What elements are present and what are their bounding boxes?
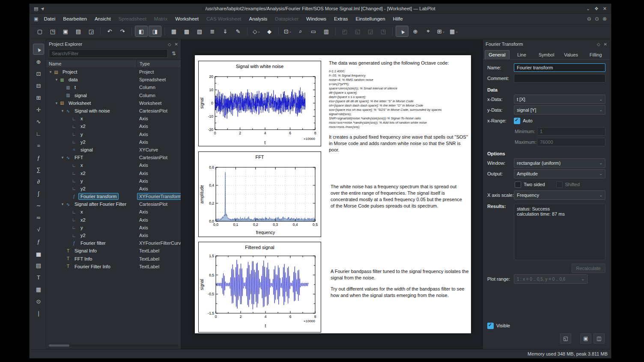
menu-extras[interactable]: Extras xyxy=(330,15,352,23)
open-project-button[interactable]: ◳ xyxy=(47,26,59,36)
add-integration-tool[interactable]: ∫ xyxy=(33,188,44,199)
tree-item-fourier-filter-info[interactable]: TFourier Filter InfoTextLabel xyxy=(46,263,181,270)
tab-general[interactable]: General xyxy=(485,50,510,59)
menu-datei[interactable]: Datei xyxy=(40,15,59,23)
undo-button[interactable]: ↶ xyxy=(104,26,116,36)
toggle-project-explorer-button[interactable]: ◧ xyxy=(135,26,148,37)
maximize-button[interactable]: ❖ xyxy=(594,4,599,13)
tree-item-y[interactable]: ∟yAxis xyxy=(46,224,181,231)
crosshair-tool[interactable]: ⊕ xyxy=(33,56,44,67)
add-reference-line-tool[interactable]: ∣ xyxy=(33,308,44,318)
add-equation-curve-tool[interactable]: ƒ xyxy=(33,152,44,163)
add-image-tool[interactable]: ▦ xyxy=(33,284,44,294)
window-select[interactable]: rectangular (uniform)⌄ xyxy=(514,158,605,168)
select-tool[interactable]: ▲ xyxy=(33,44,44,55)
comment-input[interactable] xyxy=(514,74,605,83)
x-data-select[interactable]: t [X]⌄ xyxy=(514,95,605,104)
menu-ansicht[interactable]: Ansicht xyxy=(91,15,115,23)
redo-button[interactable]: ↷ xyxy=(116,26,128,36)
float-dock-icon[interactable]: ◇ xyxy=(597,42,600,47)
expander-icon[interactable]: ▾ xyxy=(60,109,65,113)
menu-analysis[interactable]: Analysis xyxy=(245,15,271,23)
tree-item-project[interactable]: ▾▤ProjectProject xyxy=(46,68,181,76)
tree-item-y[interactable]: ∟yAxis xyxy=(46,177,181,185)
new-worksheet-button[interactable]: ▧ xyxy=(194,26,206,36)
expander-icon[interactable]: ▾ xyxy=(60,202,65,206)
tree-item-signal-with-noise[interactable]: ▾∿Signal with noiseCartesianPlot xyxy=(46,107,181,115)
zoom-mode-button[interactable]: ⊡⌄ xyxy=(282,26,294,36)
tree-item-x[interactable]: ∟xAxis xyxy=(46,208,181,216)
color-picker-button[interactable]: ✎ xyxy=(232,26,244,36)
tree-item-fourier-transform[interactable]: ƒFourier transformXYFourierTransformCurv… xyxy=(46,193,181,200)
close-button[interactable]: ✕ xyxy=(603,4,607,13)
add-interpolation-tool[interactable]: ∼ xyxy=(33,200,44,211)
close-dock-icon[interactable]: ✕ xyxy=(604,42,607,47)
recalculate-button[interactable]: Recalculate xyxy=(572,264,605,273)
new-live-datasource-button[interactable]: ◆ xyxy=(263,26,275,36)
new-matrix-button[interactable]: ▩ xyxy=(181,26,193,36)
mdi-close-button[interactable]: ⊗ xyxy=(602,16,607,22)
new-notes-button[interactable]: ≣ xyxy=(206,26,218,36)
expander-icon[interactable]: ▾ xyxy=(54,77,59,82)
float-panel-icon[interactable]: ◇ xyxy=(168,42,171,47)
expander-icon[interactable]: ▾ xyxy=(48,70,53,74)
tree-item-fft[interactable]: ▾∿FFTCartesianPlot xyxy=(46,154,181,161)
tree-item-y[interactable]: ∟yAxis xyxy=(46,131,181,138)
session-icon[interactable]: ▤ xyxy=(34,4,38,13)
output-select[interactable]: Amplitude⌄ xyxy=(514,169,605,178)
menu-worksheet[interactable]: Worksheet xyxy=(171,15,203,23)
titlebar[interactable]: /usr/share/labplot2/examples/Analysis/Fo… xyxy=(30,4,611,14)
add-data-reduction-tool[interactable]: ∑ xyxy=(33,164,44,175)
column-header-type[interactable]: Type xyxy=(137,60,181,68)
column-header-name[interactable]: Name xyxy=(46,60,137,68)
menu-einstellungen[interactable]: Einstellungen xyxy=(352,15,389,23)
tree-item-signal-after-fourier-filter[interactable]: ▾∿Signal after Fourier FilterCartesianPl… xyxy=(46,200,181,208)
crosshair-mode-button[interactable]: ⊕ xyxy=(409,26,421,36)
filtered-signal-chart[interactable]: 024681,50,5-0,5-1,5t×10000signal xyxy=(199,242,321,329)
tree-item-y2[interactable]: ∟y2Axis xyxy=(46,138,181,146)
menu-bearbeiten[interactable]: Bearbeiten xyxy=(59,15,91,23)
y-data-select[interactable]: signal [Y]⌄ xyxy=(514,105,605,115)
tree-item-worksheet[interactable]: ▾▧WorksheetWorksheet xyxy=(46,99,181,107)
tree-column-header[interactable]: Name Type xyxy=(46,59,181,68)
worksheet-page[interactable]: Signal with white noise 02468-20-1001020… xyxy=(195,55,471,333)
fft-info-text-label[interactable]: The white noise has a frequency spectrum… xyxy=(331,184,467,209)
tree-item-x[interactable]: ∟xAxis xyxy=(46,115,181,122)
expander-icon[interactable]: ▾ xyxy=(60,155,65,160)
worksheet-view[interactable]: Signal with white noise 02468-20-1001020… xyxy=(181,39,483,349)
menu-hilfe[interactable]: Hilfe xyxy=(389,15,407,23)
plot-filtered-signal[interactable]: Filtered signal 024681,50,5-0,5-1,5t×100… xyxy=(198,242,321,332)
add-differentiation-tool[interactable]: ∂ xyxy=(33,176,44,187)
tree-item-signal-info[interactable]: TSignal InfoTextLabel xyxy=(46,247,181,255)
zoom-x-tool[interactable]: ⊟ xyxy=(33,80,44,91)
tab-filling[interactable]: Filling xyxy=(583,50,608,59)
tree-item-x2[interactable]: ∟x2Axis xyxy=(46,122,181,130)
close-panel-icon[interactable]: ✕ xyxy=(175,42,178,47)
load-template-button[interactable]: ◱ xyxy=(560,333,571,344)
tree-item-signal[interactable]: ≈signalXYCurve xyxy=(46,146,181,154)
tree-item-x2[interactable]: ∟x2Axis xyxy=(46,169,181,177)
new-project-button[interactable]: ▢ xyxy=(34,26,46,36)
save-project-button[interactable]: ▣ xyxy=(60,26,72,36)
plot-fft[interactable]: FFT 0,00,10,20,30,40,50,00,20,40,6freque… xyxy=(198,151,321,237)
visible-checkbox[interactable] xyxy=(487,323,494,329)
add-xy-curve-tool[interactable]: ≈ xyxy=(33,140,44,151)
add-fit-tool[interactable]: √ xyxy=(33,224,44,234)
add-curve-tool[interactable]: ∿ xyxy=(33,116,44,127)
select-mode-button[interactable]: ▲ xyxy=(396,26,408,37)
explorer-horizontal-scrollbar[interactable] xyxy=(49,344,178,347)
add-legend-tool[interactable]: ▤ xyxy=(33,260,44,270)
tree-item-t[interactable]: ▥tColumn xyxy=(46,83,181,91)
plot-signal-with-noise[interactable]: Signal with white noise 02468-20-1001020… xyxy=(198,61,321,146)
snap-grid-button[interactable]: ▦⌄ xyxy=(448,26,460,36)
fft-chart[interactable]: 0,00,10,20,30,40,50,00,20,40,6frequencya… xyxy=(199,152,321,237)
tree-item-y2[interactable]: ∟y2Axis xyxy=(46,231,181,239)
fourier-filter-info-text-label[interactable]: A Fourier bandpass filter tuned to the s… xyxy=(331,268,469,303)
add-text-tool[interactable]: T xyxy=(33,272,44,282)
tree-item-signal[interactable]: ▥signalColumn xyxy=(46,92,181,99)
add-histogram-tool[interactable]: ▅ xyxy=(33,248,44,258)
import-data-button[interactable]: ⇓ xyxy=(219,26,231,36)
toggle-properties-dock-button[interactable]: ◨ xyxy=(149,26,161,37)
save-default-button[interactable]: ◫ xyxy=(593,333,605,344)
search-input[interactable] xyxy=(49,49,168,58)
